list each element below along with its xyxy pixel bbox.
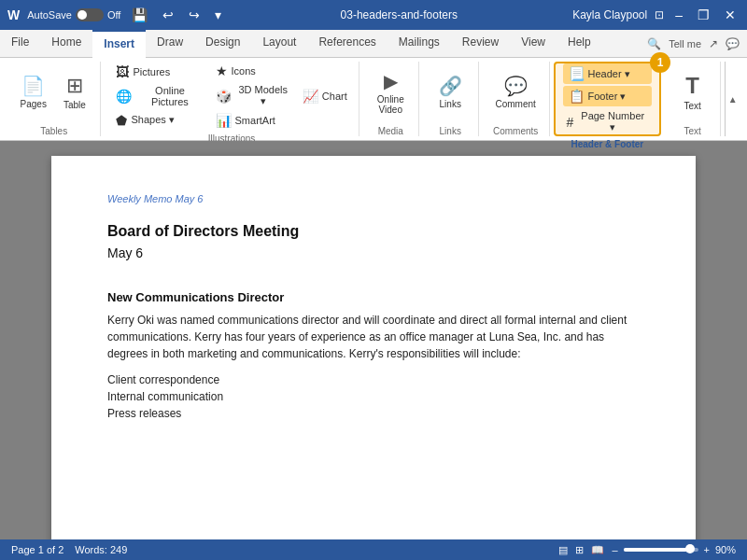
tab-home[interactable]: Home	[40, 30, 92, 57]
3d-models-label: 3D Models ▾	[235, 84, 291, 107]
pages-button[interactable]: 📄 Pages	[15, 71, 52, 113]
status-left: Page 1 of 2 Words: 249	[11, 544, 127, 555]
tab-references[interactable]: References	[307, 30, 387, 57]
ribbon-group-header-footer: 1 📃 Header ▾ 📋 Footer ▾ # Pag	[554, 62, 662, 136]
smartart-button[interactable]: 📊 SmartArt	[212, 111, 295, 130]
ribbon-display-icon[interactable]: ⊡	[655, 8, 664, 21]
ribbon-group-media: ▶ OnlineVideo Media	[363, 62, 419, 136]
links-button[interactable]: 🔗 Links	[431, 71, 469, 113]
zoom-in-button[interactable]: +	[704, 544, 710, 555]
pictures-icon: 🖼	[116, 64, 129, 79]
tables-buttons: 📄 Pages ⊞ Table	[15, 62, 93, 122]
text-button[interactable]: T Text	[674, 69, 712, 115]
quick-access-dropdown[interactable]: ▾	[211, 4, 225, 26]
restore-button[interactable]: ❐	[694, 4, 713, 26]
comment-icon: 💬	[504, 75, 528, 97]
zoom-slider[interactable]	[624, 548, 698, 552]
page-number-icon: #	[567, 115, 574, 130]
autosave-area: AutoSave Off	[27, 8, 120, 21]
links-group-label: Links	[440, 122, 461, 136]
tab-mailings[interactable]: Mailings	[388, 30, 451, 57]
tab-draw[interactable]: Draw	[146, 30, 194, 57]
header-button[interactable]: 📃 Header ▾	[563, 63, 653, 84]
ribbon-group-links: 🔗 Links Links	[423, 62, 479, 136]
word-logo: W	[7, 7, 20, 22]
text-label: Text	[684, 101, 701, 111]
ribbon-group-tables: 📄 Pages ⊞ Table Tables	[7, 62, 101, 136]
shapes-label: Shapes ▾	[131, 114, 174, 126]
icons-button[interactable]: ★ Icons	[212, 62, 295, 80]
online-pictures-button[interactable]: 🌐 Online Pictures	[112, 83, 207, 109]
undo-icon[interactable]: ↩	[159, 4, 177, 26]
app-window: W AutoSave Off 💾 ↩ ↪ ▾ 03-headers-and-fo…	[0, 0, 747, 560]
pages-icon: 📄	[21, 75, 45, 97]
shapes-icon: ⬟	[116, 113, 127, 128]
header-footer-col: 📃 Header ▾ 📋 Footer ▾ # Page Number ▾	[563, 63, 653, 135]
tab-review[interactable]: Review	[451, 30, 510, 57]
illustrations-col1: 🖼 Pictures 🌐 Online Pictures ⬟ Shapes ▾	[112, 63, 207, 130]
list-item-1: Client correspondence	[107, 373, 640, 386]
tab-insert[interactable]: Insert	[92, 30, 146, 58]
ribbon-group-text: T Text Text	[665, 62, 721, 136]
document-date: May 6	[107, 245, 640, 260]
document-section: New Communications Director	[107, 290, 640, 304]
smartart-icon: 📊	[216, 113, 232, 128]
layout-icon-print[interactable]: ▤	[558, 544, 568, 556]
text-icon: T	[685, 73, 699, 99]
pages-label: Pages	[21, 99, 47, 109]
pictures-label: Pictures	[133, 66, 170, 77]
redo-icon[interactable]: ↪	[185, 4, 204, 26]
3d-models-icon: 🎲	[216, 89, 232, 104]
document-header: Weekly Memo May 6	[107, 193, 640, 204]
ribbon-tabs: File Home Insert Draw Design Layout Refe…	[0, 30, 747, 58]
tab-layout[interactable]: Layout	[251, 30, 307, 57]
online-video-button[interactable]: ▶ OnlineVideo	[372, 66, 410, 119]
tab-help[interactable]: Help	[557, 30, 602, 57]
smartart-label: SmartArt	[235, 115, 275, 126]
ribbon-group-illustrations: 🖼 Pictures 🌐 Online Pictures ⬟ Shapes ▾	[105, 62, 359, 136]
zoom-out-button[interactable]: –	[612, 544, 617, 555]
footer-button[interactable]: 📋 Footer ▾	[563, 86, 653, 106]
comments-button[interactable]: 💬	[726, 37, 740, 50]
document-page: Weekly Memo May 6 Board of Directors Mee…	[51, 156, 696, 539]
autosave-toggle[interactable]	[76, 8, 104, 21]
zoom-slider-thumb	[685, 544, 695, 553]
share-button[interactable]: ↗	[709, 37, 718, 50]
header-icon: 📃	[569, 66, 585, 81]
footer-icon: 📋	[569, 89, 585, 104]
ribbon-scroll-right[interactable]: ▲	[725, 62, 740, 136]
3d-models-button[interactable]: 🎲 3D Models ▾	[212, 82, 295, 109]
autosave-dot	[78, 10, 87, 20]
illustrations-col3: 📈 Chart	[299, 87, 351, 105]
ribbon-content: 📄 Pages ⊞ Table Tables 🖼 Pict	[0, 58, 747, 140]
callout-badge: 1	[650, 52, 670, 73]
footer-label: Footer ▾	[588, 91, 627, 103]
text-buttons: T Text	[674, 62, 712, 122]
comment-label: Comment	[495, 99, 535, 109]
media-buttons: ▶ OnlineVideo	[372, 62, 410, 122]
header-footer-buttons: 📃 Header ▾ 📋 Footer ▾ # Page Number ▾	[563, 63, 653, 135]
layout-icon-read[interactable]: 📖	[591, 544, 604, 556]
save-icon[interactable]: 💾	[128, 4, 151, 26]
page-number-label: Page Number ▾	[577, 110, 648, 133]
tab-view[interactable]: View	[510, 30, 557, 57]
title-bar: W AutoSave Off 💾 ↩ ↪ ▾ 03-headers-and-fo…	[0, 0, 747, 30]
page-number-button[interactable]: # Page Number ▾	[563, 108, 653, 135]
chart-button[interactable]: 📈 Chart	[299, 87, 351, 105]
chart-icon: 📈	[303, 89, 318, 104]
online-video-label: OnlineVideo	[377, 94, 404, 115]
close-button[interactable]: ✕	[721, 4, 740, 26]
tell-me-label: Tell me	[669, 38, 701, 49]
layout-icon-web[interactable]: ⊞	[575, 544, 584, 556]
shapes-button[interactable]: ⬟ Shapes ▾	[112, 111, 207, 130]
table-button[interactable]: ⊞ Table	[56, 70, 93, 114]
tab-design[interactable]: Design	[194, 30, 251, 57]
table-label: Table	[63, 100, 86, 110]
minimize-button[interactable]: –	[671, 4, 686, 26]
illustrations-col2: ★ Icons 🎲 3D Models ▾ 📊 SmartArt	[212, 62, 295, 130]
tab-file[interactable]: File	[0, 30, 40, 57]
pictures-button[interactable]: 🖼 Pictures	[112, 63, 207, 81]
links-icon: 🔗	[439, 75, 462, 97]
comment-button[interactable]: 💬 Comment	[489, 71, 541, 113]
tables-group-label: Tables	[40, 122, 67, 136]
